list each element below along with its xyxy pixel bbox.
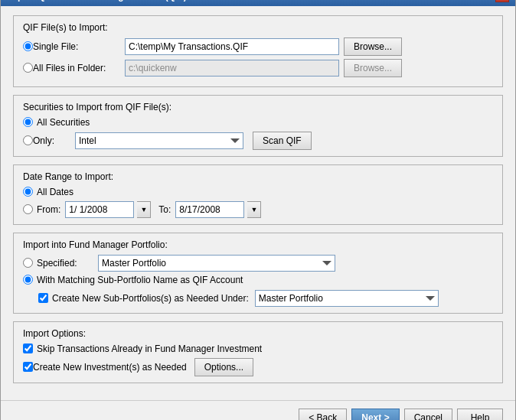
window-title: Import Quicken Interchange Format (QIF) … (7, 0, 246, 2)
options-button[interactable]: Options... (194, 358, 253, 376)
main-window: Import Quicken Interchange Format (QIF) … (0, 0, 516, 420)
all-files-row: All Files in Folder: c:\quickenw Browse.… (23, 59, 493, 77)
close-button[interactable]: ✕ (495, 0, 509, 2)
specified-row: Specified: Master Portfolio (23, 255, 493, 272)
all-dates-radio[interactable] (23, 187, 33, 197)
create-label: Create New Sub-Portfolios(s) as Needed U… (52, 293, 249, 304)
cancel-button[interactable]: Cancel (404, 409, 452, 421)
import-options-section: Import Options: Skip Transactions Alread… (13, 321, 503, 383)
date-range-section: Date Range to Import: All Dates From: 1/… (13, 164, 503, 225)
portfolio-section: Import into Fund Manager Portfolio: Spec… (13, 233, 503, 314)
single-file-radio[interactable] (23, 41, 33, 51)
single-file-label: Single File: (33, 41, 125, 52)
all-securities-row: All Securities (23, 117, 493, 128)
all-securities-label: All Securities (37, 117, 90, 128)
all-files-label: All Files in Folder: (33, 63, 125, 73)
only-security-dropdown[interactable]: Intel (75, 132, 243, 149)
all-files-input: c:\quickenw (125, 60, 339, 77)
qif-files-section: QIF File(s) to Import: Single File: C:\t… (13, 15, 503, 87)
skip-transactions-label: Skip Transactions Already in Fund Manage… (37, 343, 262, 354)
skip-transactions-row: Skip Transactions Already in Fund Manage… (23, 343, 493, 354)
single-file-input[interactable]: C:\temp\My Transactions.QIF (125, 38, 339, 55)
from-date-group: 1/ 1/2008 ▼ (65, 201, 151, 218)
import-options-label: Import Options: (23, 328, 493, 339)
from-label: From: (37, 204, 60, 215)
skip-transactions-checkbox[interactable] (23, 343, 33, 353)
from-to-row: From: 1/ 1/2008 ▼ To: 8/17/2008 ▼ (23, 201, 493, 218)
specified-label: Specified: (37, 258, 98, 269)
all-dates-row: All Dates (23, 187, 493, 197)
content-area: QIF File(s) to Import: Single File: C:\t… (1, 6, 515, 400)
back-button[interactable]: < Back (299, 409, 347, 421)
securities-label: Securities to Import from QIF File(s): (23, 102, 493, 112)
all-securities-radio[interactable] (23, 117, 33, 127)
help-button[interactable]: Help (457, 409, 503, 421)
from-date-input[interactable]: 1/ 1/2008 (65, 201, 134, 218)
all-dates-label: All Dates (37, 187, 73, 197)
create-investments-label: Create New Investment(s) as Needed (33, 362, 187, 373)
qif-files-label: QIF File(s) to Import: (23, 22, 493, 33)
portfolio-label: Import into Fund Manager Portfolio: (23, 239, 493, 250)
create-investments-checkbox[interactable] (23, 362, 33, 372)
matching-radio[interactable] (23, 275, 33, 285)
specified-portfolio-dropdown[interactable]: Master Portfolio (98, 255, 335, 272)
only-row: Only: Intel Scan QIF (23, 132, 493, 150)
matching-label: With Matching Sub-Portfolio Name as QIF … (37, 275, 243, 285)
from-date-radio[interactable] (23, 204, 33, 214)
from-date-picker-button[interactable]: ▼ (137, 201, 151, 218)
to-date-input[interactable]: 8/17/2008 (175, 201, 244, 218)
all-files-browse-button[interactable]: Browse... (344, 59, 402, 77)
single-file-browse-button[interactable]: Browse... (344, 37, 402, 56)
matching-row: With Matching Sub-Portfolio Name as QIF … (23, 275, 493, 285)
only-label: Only: (33, 135, 75, 146)
single-file-row: Single File: C:\temp\My Transactions.QIF… (23, 37, 493, 56)
create-sub-portfolio-checkbox[interactable] (38, 293, 48, 303)
create-portfolio-dropdown[interactable]: Master Portfolio (255, 290, 439, 307)
to-date-picker-button[interactable]: ▼ (247, 201, 261, 218)
scan-qif-button[interactable]: Scan QIF (253, 132, 312, 150)
title-bar: Import Quicken Interchange Format (QIF) … (1, 0, 515, 6)
create-investments-row: Create New Investment(s) as Needed Optio… (23, 358, 493, 376)
bottom-bar: < Back Next > Cancel Help (1, 400, 515, 421)
all-files-radio[interactable] (23, 63, 33, 73)
specified-radio[interactable] (23, 258, 33, 268)
to-date-group: 8/17/2008 ▼ (175, 201, 261, 218)
create-row: Create New Sub-Portfolios(s) as Needed U… (38, 290, 493, 307)
date-range-label: Date Range to Import: (23, 171, 493, 182)
securities-section: Securities to Import from QIF File(s): A… (13, 95, 503, 157)
next-button[interactable]: Next > (351, 409, 399, 421)
only-security-radio[interactable] (23, 135, 33, 145)
to-label: To: (158, 204, 171, 215)
